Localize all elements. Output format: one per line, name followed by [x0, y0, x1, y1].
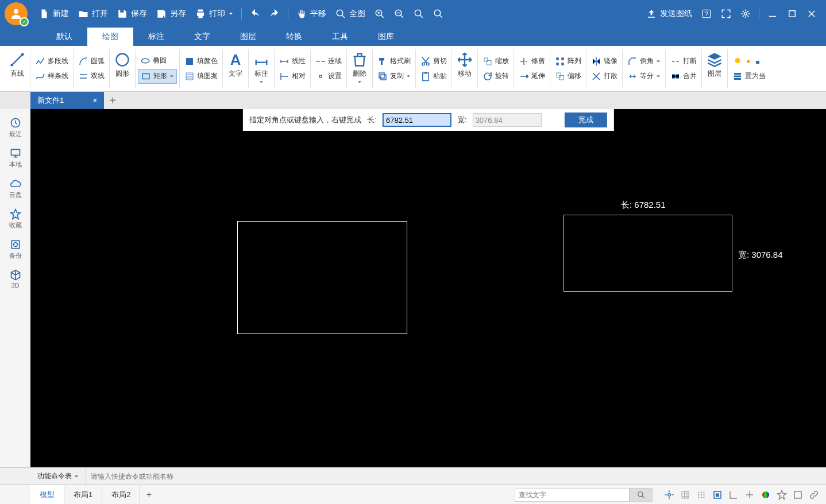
- length-input[interactable]: [383, 113, 451, 127]
- explode-tool[interactable]: 打散: [589, 69, 620, 83]
- menu-library[interactable]: 图库: [363, 28, 409, 46]
- relative-tool[interactable]: 相对: [277, 69, 308, 83]
- done-button[interactable]: 完成: [565, 113, 607, 127]
- nav-local[interactable]: 本地: [0, 144, 30, 172]
- width-input[interactable]: [473, 113, 542, 127]
- setting-tool[interactable]: 设置: [313, 69, 344, 83]
- linear-tool[interactable]: 线性: [277, 55, 308, 68]
- save-button[interactable]: 保存: [113, 6, 152, 21]
- move-tool[interactable]: 移动: [453, 49, 476, 81]
- zoom-in-button[interactable]: [370, 6, 389, 21]
- redo-button[interactable]: [265, 6, 284, 21]
- zoom-out-button[interactable]: [389, 6, 409, 21]
- link-icon[interactable]: [809, 490, 819, 500]
- zoom-scale-button[interactable]: [429, 6, 448, 21]
- pan-button[interactable]: 平移: [292, 6, 331, 21]
- crosshair-icon[interactable]: [744, 490, 755, 500]
- rotate-tool[interactable]: 旋转: [480, 69, 511, 83]
- ortho-icon[interactable]: [728, 490, 739, 500]
- spline-tool[interactable]: 样条线: [33, 69, 71, 83]
- polyline-tool[interactable]: 多段线: [33, 55, 71, 68]
- open-button[interactable]: 打开: [74, 6, 113, 21]
- canvas[interactable]: 指定对角点或键盘输入，右键完成 长: 宽: 完成 长: 6782.51 宽: 3…: [30, 109, 826, 467]
- layout-model[interactable]: 模型: [30, 485, 64, 504]
- document-close-icon[interactable]: ×: [92, 96, 97, 105]
- nav-fav[interactable]: 收藏: [0, 205, 30, 233]
- close-button[interactable]: [802, 6, 821, 21]
- menu-default[interactable]: 默认: [41, 28, 87, 46]
- nav-3d[interactable]: 3D: [0, 266, 30, 292]
- command-tab[interactable]: 功能命令表: [30, 468, 86, 484]
- search-input[interactable]: [515, 488, 630, 502]
- copy-tool[interactable]: 复制: [375, 69, 413, 83]
- undo-button[interactable]: [245, 6, 265, 21]
- mirror-tool[interactable]: 镜像: [589, 55, 620, 68]
- menu-annotate[interactable]: 标注: [133, 28, 179, 46]
- bulb-tool[interactable]: [730, 55, 768, 68]
- setcurrent-tool[interactable]: 置为当: [730, 69, 768, 83]
- snap-icon[interactable]: [664, 490, 674, 500]
- merge-icon: [670, 71, 681, 82]
- nav-recent[interactable]: 最近: [0, 114, 30, 142]
- node-icon[interactable]: N: [712, 490, 723, 500]
- add-layout-button[interactable]: +: [140, 485, 157, 504]
- add-document-button[interactable]: +: [104, 92, 121, 109]
- delete-tool[interactable]: 删除: [348, 49, 371, 87]
- fillpattern-tool[interactable]: 填图案: [182, 69, 220, 83]
- nav-backup[interactable]: 备份: [0, 235, 30, 263]
- break-tool[interactable]: 打断: [668, 55, 699, 68]
- send-button[interactable]: 发送图纸: [642, 6, 697, 21]
- rect-tool[interactable]: 矩形: [138, 69, 177, 84]
- print-button[interactable]: 打印: [191, 6, 238, 21]
- merge-tool[interactable]: 合并: [668, 69, 699, 83]
- svg-point-44: [703, 491, 704, 493]
- grid-icon[interactable]: [680, 490, 690, 500]
- nav-cloud[interactable]: 云盘: [0, 175, 30, 203]
- continue-tool[interactable]: 连续: [313, 55, 344, 68]
- extend-tool[interactable]: 延伸: [516, 69, 547, 83]
- settings-button[interactable]: [736, 6, 755, 21]
- fullscreen-button[interactable]: [716, 6, 736, 21]
- layout-1[interactable]: 布局1: [64, 485, 102, 504]
- layout-2[interactable]: 布局2: [102, 485, 140, 504]
- color-icon[interactable]: [761, 490, 771, 500]
- annotate-tool[interactable]: 标注: [250, 49, 273, 87]
- circle-tool[interactable]: 圆形: [111, 49, 134, 81]
- scale-tool[interactable]: 缩放: [480, 55, 511, 68]
- user-avatar[interactable]: ✓: [5, 2, 28, 25]
- star-outline-icon[interactable]: [777, 490, 787, 500]
- dline-tool[interactable]: 双线: [76, 69, 107, 83]
- paste-tool[interactable]: 粘贴: [418, 69, 449, 83]
- line-tool[interactable]: 直线: [6, 49, 29, 81]
- offset-tool[interactable]: 偏移: [553, 69, 584, 83]
- text-tool[interactable]: A文字: [224, 49, 247, 81]
- svg-text:N: N: [716, 493, 719, 498]
- help-button[interactable]: ?: [697, 6, 716, 21]
- divide-tool[interactable]: 等分: [625, 69, 663, 83]
- menu-text[interactable]: 文字: [179, 28, 225, 46]
- command-input[interactable]: [86, 472, 826, 480]
- zoom-window-button[interactable]: [409, 6, 429, 21]
- format-tool[interactable]: 格式刷: [375, 55, 413, 68]
- box-icon[interactable]: [793, 490, 803, 500]
- menu-draw[interactable]: 绘图: [87, 28, 133, 46]
- new-button[interactable]: 新建: [34, 6, 74, 21]
- document-tab[interactable]: 新文件1 ×: [30, 92, 104, 109]
- arc-tool[interactable]: 圆弧: [76, 55, 107, 68]
- chamfer-tool[interactable]: 倒角: [625, 55, 663, 68]
- menu-tool[interactable]: 工具: [317, 28, 363, 46]
- maximize-button[interactable]: [782, 6, 802, 21]
- dots-icon[interactable]: [696, 490, 707, 500]
- fillcolor-tool[interactable]: 填颜色: [182, 55, 220, 68]
- array-tool[interactable]: 阵列: [553, 55, 584, 68]
- search-button[interactable]: [630, 488, 653, 502]
- trim-tool[interactable]: 修剪: [516, 55, 547, 68]
- saveas-button[interactable]: 另存: [152, 6, 191, 21]
- minimize-button[interactable]: [763, 6, 782, 21]
- menu-layer[interactable]: 图层: [225, 28, 271, 46]
- ellipse-tool[interactable]: 椭圆: [138, 54, 177, 68]
- menu-convert[interactable]: 转换: [271, 28, 317, 46]
- cut-tool[interactable]: 剪切: [418, 55, 449, 68]
- zoom-extent-button[interactable]: 全图: [331, 6, 370, 21]
- layer-tool[interactable]: 图层: [703, 49, 726, 81]
